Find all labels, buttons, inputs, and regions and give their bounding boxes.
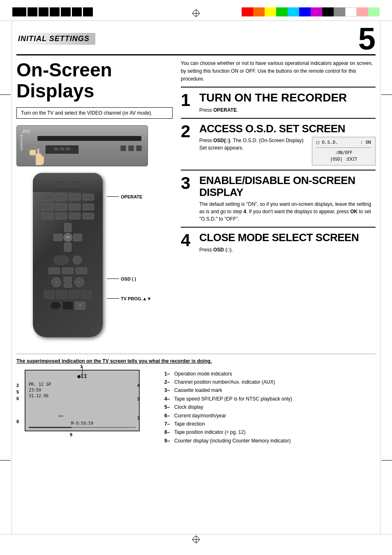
step-2-text: Press OSD(□). The O.S.D. (On-Screen Disp… [199,137,308,152]
step-4-heading: CLOSE MODE SELECT SCREEN [199,232,376,244]
indicator-item-4: 4– Tape speed SP/LP/EP (EP is for NTSC p… [164,395,376,403]
indicator-list: 1– Operation mode indicators 2– Channel … [164,370,376,445]
vcr-tape-slot [37,136,141,141]
step-2-block: 2 ACCESS O.S.D. SET SCREEN Press OSD(□).… [181,118,376,170]
remote-row2 [33,203,103,212]
vcr-btn-2 [128,145,134,151]
remote-tvprog-row: + − [33,276,103,289]
trim-mark-left-top [0,94,11,95]
remote-top-section [33,173,103,192]
page-border-top [0,21,392,21]
page-border-left [12,21,12,534]
indicator-item-2: 2– Channel position number/Aux. indicato… [164,378,376,386]
osd-screen-display: □ O.S.D. : ON :ON/OFF [OSD] :EXIT [312,137,376,166]
step-3-content: ENABLE/DISABLE ON-SCREEN DISPLAY The def… [199,175,376,223]
vcr-brand-label: JVC [22,129,30,134]
indicator-item-1: 1– Operation mode indicators [164,370,376,378]
tv-screen-area: ●II PR. 12 SP 23:59 31.12.96 «» M-9: [16,370,156,445]
remote-row3 [33,212,103,221]
intro-text: You can choose whether or not to have va… [181,60,376,83]
top-right-color-bar [242,7,380,16]
indicator-item-6: 6– Current day/month/year [164,412,376,420]
vcr-btn-1 [120,145,126,151]
section-title: INITIAL SETTINGS [16,33,95,45]
bottom-section: The superimposed indication on the TV sc… [16,354,376,445]
trim-mark-left-btm [0,460,11,461]
vcr-display: 00:00:00 [46,145,78,154]
step-4-content: CLOSE MODE SELECT SCREEN Press OSD (□). [199,232,376,253]
step-3-text: The default setting is "ON", so if you w… [199,200,376,223]
bottom-crosshair [192,535,200,545]
step-2-heading: ACCESS O.S.D. SET SCREEN [199,123,376,135]
step-3-block: 3 ENABLE/DISABLE ON-SCREEN DISPLAY The d… [181,170,376,227]
indicator-item-3: 3– Cassette loaded mark [164,386,376,394]
step-4-text: Press OSD (□). [199,246,376,253]
right-column: You can choose whether or not to have va… [181,60,376,345]
remote-illustration: OK [16,173,156,345]
vcr-operate-label: OPERATE [20,134,23,150]
instruction-box: Turn on the TV and select the VIDEO chan… [16,107,173,119]
tv-ann-3: 3 [137,396,140,401]
tv-ann-2: 2 [16,383,19,388]
osd-footer: :ON/OFF [OSD] :EXIT [316,150,371,163]
tv-counter: M-9:59:59 [71,421,93,426]
indicator-item-5: 5– Clock display [164,403,376,411]
remote-transport-row [33,289,103,300]
trim-mark-right-top [381,94,392,95]
tv-screen: ●II PR. 12 SP 23:59 31.12.96 «» M-9: [25,370,140,431]
tv-pr-sp: PR. 12 SP [29,382,51,387]
vcr-hand-icon [29,147,46,165]
tv-time: 23:59 [29,388,41,392]
tv-tape-dir: «» [58,414,63,418]
step-1-block: 1 TURN ON THE RECORDER Press OPERATE. [181,87,376,117]
tv-ann-9: 9 [70,432,72,437]
step-1-heading: TURN ON THE RECORDER [199,92,376,104]
tv-ann-6: 6 [16,396,19,401]
step-2-content: ACCESS O.S.D. SET SCREEN Press OSD(□). T… [199,123,376,166]
main-two-col: On-Screen Displays Turn on the TV and se… [16,60,376,345]
remote-dpad: OK [53,223,82,252]
top-center-crosshair [192,9,200,19]
page-number: 5 [358,25,376,53]
remote-extra-row [33,254,103,266]
vcr-control-buttons [120,145,142,151]
remote-body: OK [33,173,103,337]
step-3-heading: ENABLE/DISABLE ON-SCREEN DISPLAY [199,175,376,198]
tv-ann-5: 5 [16,389,19,394]
tv-ann-7: 7 [137,416,140,421]
page-title: On-Screen Displays [16,60,173,101]
top-left-bars [12,7,93,16]
remote-osd-row [33,266,103,276]
tv-ann-4: 4 [137,383,140,388]
step-1-text: Press OPERATE. [199,106,376,114]
remote-operate-callout: OPERATE [107,194,142,199]
remote-row1 [33,192,103,203]
tv-line1-indicator: ●II [77,373,87,379]
page-border-bottom [0,534,392,534]
bottom-section-title: The superimposed indication on the TV sc… [16,358,376,364]
header-bar: INITIAL SETTINGS 5 [16,25,376,55]
vcr-illustration: JVC 00:00:00 OPERATE [16,125,173,166]
remote-osd-callout: OSD ( ) [107,276,136,281]
tv-ann-8: 8 [16,419,19,424]
step-4-block: 4 CLOSE MODE SELECT SCREEN Press OSD (□)… [181,227,376,258]
vcr-btn-3 [136,145,142,151]
tv-date: 31.12.96 [29,394,48,398]
indicator-item-9: 9– Counter display (including Counter Me… [164,437,376,445]
indicator-item-8: 8– Tape position indicator (♯ pg. 12) [164,428,376,436]
indicator-item-7: 7– Tape direction [164,420,376,428]
remote-tvprog-callout: TV PROG.▲▼ [107,296,151,301]
tv-screen-wrapper: ●II PR. 12 SP 23:59 31.12.96 «» M-9: [16,370,140,435]
step-1-content: TURN ON THE RECORDER Press OPERATE. [199,92,376,113]
tv-progress-bar [29,427,136,428]
header-left: INITIAL SETTINGS [16,33,95,45]
page-border-right [380,21,380,534]
left-column: On-Screen Displays Turn on the TV and se… [16,60,173,345]
remote-bottom-row: II [33,300,103,311]
steps-container: 1 TURN ON THE RECORDER Press OPERATE. 2 … [181,87,376,258]
content-area: INITIAL SETTINGS 5 On-Screen Displays Tu… [16,25,376,530]
trim-mark-right-btm [381,460,392,461]
bottom-two-col: ●II PR. 12 SP 23:59 31.12.96 «» M-9: [16,370,376,445]
